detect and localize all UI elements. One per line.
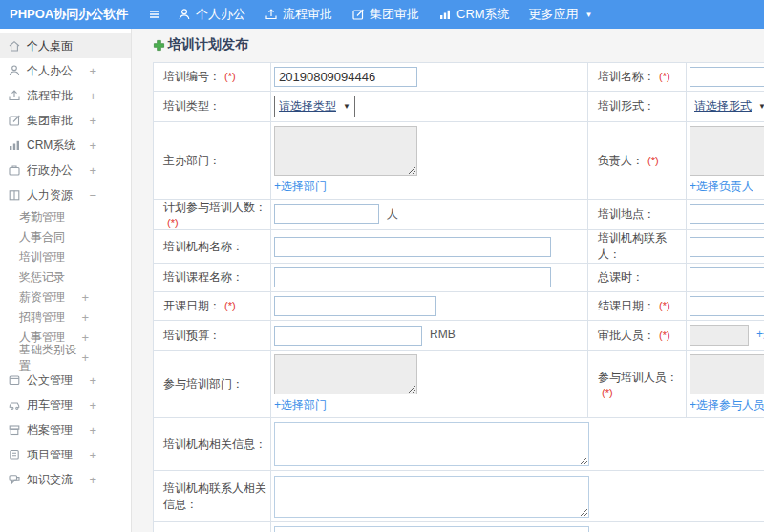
field-label: 参与培训人员： [598, 371, 678, 384]
required-mark: (*) [224, 71, 236, 82]
leader-box[interactable] [690, 126, 764, 176]
select-department-link[interactable]: +选择部门 [274, 179, 327, 195]
sidebar-subitem-training[interactable]: 培训管理 [0, 247, 131, 267]
table-row: 培训机构联系人相关信息： [154, 471, 764, 522]
expand-sign: + [89, 64, 96, 78]
field-label: 培训编号： [163, 70, 221, 83]
sidebar-item-label: 流程审批 [27, 88, 73, 104]
edit-icon [351, 8, 365, 21]
caret-down-icon: ▼ [585, 11, 593, 19]
end-date-input[interactable] [690, 296, 764, 316]
nav-more-apps[interactable]: 更多应用 ▼ [529, 6, 593, 23]
sidebar-item-hr[interactable]: 人力资源 − [0, 182, 131, 207]
edit-icon [8, 114, 22, 127]
nav-group-approval[interactable]: 集团审批 [351, 6, 419, 23]
approver-box[interactable] [690, 325, 749, 346]
field-label: 培训机构相关信息： [163, 437, 266, 451]
participating-departments-box[interactable] [274, 354, 417, 394]
sidebar-item-label: 集团审批 [27, 113, 73, 129]
participants-box[interactable] [690, 354, 764, 394]
training-name-input[interactable] [690, 67, 764, 87]
bar-chart-icon [8, 138, 22, 152]
training-requirements-textarea[interactable] [274, 526, 589, 532]
document-icon [8, 373, 22, 387]
hamburger-menu-icon[interactable] [147, 7, 162, 22]
table-row: 计划参与培训人数：(*) 人 培训地点： [154, 200, 764, 230]
field-label: 审批人员： [598, 329, 655, 342]
nav-label: 流程审批 [283, 6, 332, 23]
field-label: 开课日期： [163, 299, 221, 312]
training-plan-form: 培训编号：(*) 培训名称：(*) 培训类型： 请选择类型 ▼ 培训形式： 请选 [153, 62, 764, 532]
budget-input[interactable] [274, 326, 422, 346]
institution-contact-input[interactable] [690, 237, 764, 257]
required-mark: (*) [659, 330, 670, 341]
page-title: 培训计划发布 [153, 36, 764, 53]
nav-personal-office[interactable]: 个人办公 [178, 6, 245, 23]
sidebar-item-projects[interactable]: 项目管理 + [0, 442, 131, 467]
sidebar-item-admin-office[interactable]: 行政办公 + [0, 158, 131, 182]
required-mark: (*) [167, 217, 179, 228]
app-brand: PHPOA协同办公软件 [0, 6, 134, 23]
contact-info-textarea[interactable] [274, 476, 589, 518]
expand-sign: + [89, 163, 96, 178]
total-hours-input[interactable] [690, 267, 764, 287]
sidebar-subitem-label: 薪资管理 [19, 289, 65, 306]
required-mark: (*) [602, 387, 613, 398]
nav-crm-system[interactable]: CRM系统 [438, 6, 510, 23]
sidebar-item-label: 知识交流 [27, 472, 73, 488]
field-label: 培训形式： [598, 99, 655, 113]
field-label: 总课时： [598, 270, 644, 284]
required-mark: (*) [647, 155, 659, 166]
sidebar-item-personal-office[interactable]: 个人办公 + [0, 58, 131, 83]
sidebar-subitem-recruiting[interactable]: 招聘管理 + [0, 308, 131, 328]
expand-sign: + [89, 89, 96, 103]
expand-sign: + [89, 448, 96, 462]
select-leader-link[interactable]: +选择负责人 [690, 179, 753, 195]
select-approver-link[interactable]: +选择审批人员 [756, 328, 764, 341]
required-mark: (*) [224, 300, 236, 311]
training-number-input[interactable] [274, 67, 417, 87]
sidebar-item-vehicles[interactable]: 用车管理 + [0, 393, 131, 417]
training-location-input[interactable] [690, 204, 764, 224]
planned-participants-input[interactable] [274, 204, 379, 224]
sidebar-item-group-approval[interactable]: 集团审批 + [0, 108, 131, 133]
sidebar-item-label: 行政办公 [27, 162, 73, 179]
sidebar-item-label: 用车管理 [27, 397, 73, 414]
nav-workflow-approval[interactable]: 流程审批 [265, 6, 332, 23]
sidebar-subitem-rewards[interactable]: 奖惩记录 [0, 267, 131, 287]
training-form-select[interactable]: 请选择形式 ▼ [690, 96, 764, 117]
field-label: 培训机构名称： [163, 240, 244, 253]
bar-chart-icon [438, 8, 452, 21]
field-label: 培训类型： [163, 99, 221, 113]
sidebar-subitem-label: 基础类别设置 [19, 342, 81, 374]
user-icon [8, 64, 22, 77]
table-row: 培训机构相关信息： [154, 418, 764, 471]
host-department-box[interactable] [274, 126, 417, 176]
sidebar-subitem-attendance[interactable]: 考勤管理 [0, 207, 131, 227]
institution-info-textarea[interactable] [274, 422, 589, 466]
field-label: 培训机构联系人： [598, 231, 667, 261]
field-label: 培训名称： [598, 70, 655, 83]
sidebar-subitem-salary[interactable]: 薪资管理 + [0, 287, 131, 308]
nav-label: 集团审批 [370, 6, 419, 23]
field-label: 培训课程名称： [163, 270, 244, 284]
sidebar-item-personal-desktop[interactable]: 个人桌面 [0, 33, 131, 58]
field-label: 培训机构联系人相关信息： [163, 481, 266, 511]
sidebar-item-crm[interactable]: CRM系统 + [0, 133, 131, 158]
course-name-input[interactable] [274, 267, 551, 287]
institution-name-input[interactable] [274, 237, 551, 257]
select-participants-link[interactable]: +选择参与人员 [690, 397, 764, 414]
table-row: 参与培训部门： +选择部门 参与培训人员：(*) +选择参与人员 [154, 351, 764, 418]
main-content: 培训计划发布 培训编号：(*) 培训名称：(*) 培训类型： 请选择类型 ▼ [132, 29, 764, 532]
select-department-link[interactable]: +选择部门 [274, 397, 327, 414]
sidebar-item-archives[interactable]: 档案管理 + [0, 417, 131, 442]
sidebar-item-knowledge[interactable]: 知识交流 + [0, 467, 131, 492]
sidebar-item-workflow-approval[interactable]: 流程审批 + [0, 83, 131, 108]
start-date-input[interactable] [274, 296, 436, 316]
expand-sign: + [89, 114, 96, 128]
training-type-select[interactable]: 请选择类型 ▼ [274, 96, 355, 117]
collapse-sign: − [89, 188, 96, 202]
sidebar-subitem-hr-contract[interactable]: 人事合同 [0, 227, 131, 247]
expand-sign: + [81, 351, 89, 365]
sidebar-subitem-base-categories[interactable]: 基础类别设置 + [0, 348, 131, 368]
